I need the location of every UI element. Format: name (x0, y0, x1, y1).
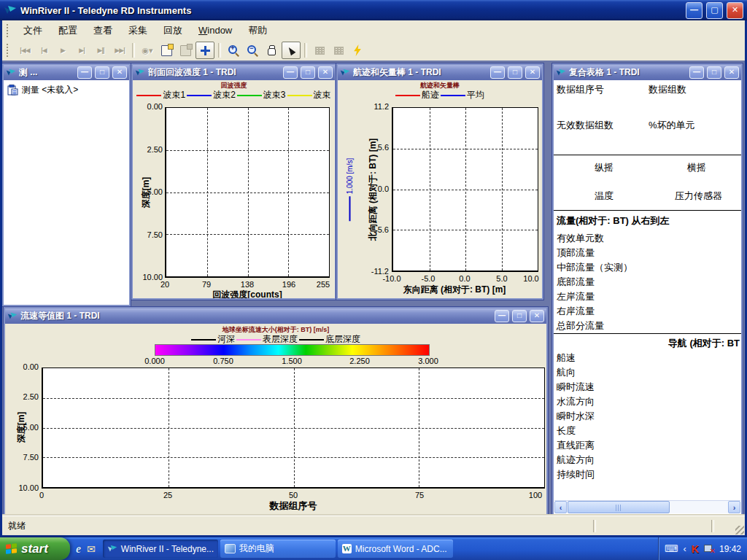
hand-pan-button[interactable] (263, 42, 280, 58)
close-button[interactable]: ✕ (318, 66, 333, 79)
first-ensemble-button[interactable]: |◀◀ (16, 42, 34, 58)
acquire-start-button[interactable] (349, 42, 366, 58)
menu-acquire[interactable]: 采集 (120, 21, 155, 40)
antivirus-icon[interactable]: K (692, 543, 699, 555)
edit-button[interactable] (177, 42, 194, 58)
menu-window[interactable]: Window (190, 22, 240, 39)
close-button[interactable]: ✕ (727, 2, 743, 19)
key-dropdown-button[interactable]: ◉▾ (139, 42, 156, 58)
echo-plot-area[interactable] (165, 107, 330, 278)
y-tick-label: 2.50 (9, 392, 39, 401)
legend-line-bottom (299, 339, 324, 341)
properties-button[interactable] (158, 42, 175, 58)
table-label: 直线距离 (557, 439, 595, 452)
mdi-workspace: 测 ... — □ ✕ 测量 <未载入> (2, 61, 745, 518)
table-label: 横摇 (687, 161, 706, 174)
last-ensemble-button[interactable]: ▶▶| (111, 42, 128, 58)
minimize-button[interactable]: — (77, 66, 92, 79)
grid-view-button[interactable] (311, 42, 328, 58)
gridline (43, 428, 544, 429)
scroll-right-button[interactable]: › (728, 501, 740, 513)
previous-ensemble-button[interactable]: |◀ (35, 42, 53, 58)
maximize-button[interactable]: □ (707, 66, 721, 79)
table-label: 有效单元数 (557, 232, 604, 245)
toolbar-grip[interactable] (7, 44, 11, 57)
x-tick-label: 5.0 (489, 274, 514, 283)
toolbar-separator (132, 43, 135, 58)
first-icon: |◀◀ (20, 47, 29, 54)
maximize-button[interactable]: ▢ (706, 2, 723, 19)
zoom-out-icon (247, 44, 258, 56)
keyboard-layout-icon[interactable]: ⌨ (665, 543, 678, 554)
minimize-button[interactable]: — (490, 66, 505, 79)
close-button[interactable]: ✕ (525, 66, 540, 79)
measurement-titlebar[interactable]: 测 ... — □ ✕ (4, 65, 129, 80)
status-text: 就绪 (8, 520, 26, 532)
composite-titlebar[interactable]: 复合表格 1 - TRDI — □ ✕ (554, 65, 741, 80)
menu-view[interactable]: 查看 (85, 21, 120, 40)
legend-line-beam2 (187, 95, 212, 96)
echo-titlebar[interactable]: 剖面回波强度 1 - TRDI — □ ✕ (133, 65, 335, 80)
menu-help[interactable]: 帮助 (240, 21, 275, 40)
next-ensemble-button[interactable]: ▶| (73, 42, 90, 58)
task-word[interactable]: W Microsoft Word - ADC... (338, 540, 453, 558)
resize-grip[interactable] (735, 526, 744, 534)
zoom-in-button[interactable] (225, 42, 242, 58)
maximize-button[interactable]: □ (508, 66, 522, 79)
network-disconnected-icon[interactable] (704, 545, 714, 553)
start-button[interactable]: start (0, 537, 70, 560)
maximize-button[interactable]: □ (95, 66, 109, 79)
internet-explorer-icon[interactable]: e (76, 542, 81, 556)
close-button[interactable]: ✕ (530, 310, 544, 322)
x-tick-label: 20 (154, 280, 176, 289)
colorbar-tick-label: 0.000 (139, 357, 171, 365)
shiptrack-titlebar[interactable]: 航迹和矢量棒 1 - TRDI — □ ✕ (338, 65, 542, 80)
menubar-grip[interactable] (7, 24, 11, 37)
measurement-item-label: 测量 <未载入> (22, 84, 78, 96)
task-winriver[interactable]: WinRiver II - Teledyne... (103, 540, 218, 558)
taskbar: start e ✉ WinRiver II - Teledyne... 我的电脑… (0, 537, 747, 560)
table-label: 纵摇 (595, 161, 614, 174)
velocity-colorbar (155, 344, 430, 356)
word-icon: W (342, 544, 352, 553)
minimize-button[interactable]: — (283, 66, 298, 79)
scroll-left-button[interactable]: ‹ (554, 501, 567, 513)
select-cursor-button[interactable] (282, 42, 301, 59)
pan-move-button[interactable] (196, 42, 214, 59)
minimize-button[interactable]: — (495, 310, 509, 322)
table-label: 总部分流量 (557, 319, 604, 332)
maximize-button[interactable]: □ (301, 66, 315, 79)
zoom-out-button[interactable] (244, 42, 261, 58)
grid-icon (315, 47, 325, 55)
play-button[interactable]: ▶ (54, 42, 71, 58)
close-button[interactable]: ✕ (724, 66, 739, 79)
main-titlebar[interactable]: WinRiver II - Teledyne RD Instruments — … (0, 0, 747, 20)
table-label: 右岸流量 (557, 305, 595, 318)
grid-view-2-button[interactable] (330, 42, 347, 58)
scrollbar-thumb[interactable] (568, 501, 670, 513)
x-tick-label: 196 (278, 280, 300, 289)
desktop: WinRiver II - Teledyne RD Instruments — … (0, 0, 747, 560)
table-divider (554, 333, 741, 334)
maximize-button[interactable]: □ (512, 310, 527, 322)
contour-plot-area[interactable] (42, 368, 545, 489)
outlook-express-icon[interactable]: ✉ (87, 543, 96, 555)
shiptrack-plot-area[interactable] (392, 107, 538, 272)
minimize-button[interactable]: — (689, 66, 704, 79)
task-my-computer[interactable]: 我的电脑 (220, 540, 336, 558)
close-button[interactable]: ✕ (112, 66, 127, 79)
menu-configure[interactable]: 配置 (50, 21, 85, 40)
winriver-task-icon (107, 545, 117, 553)
table-label: 顶部流量 (557, 246, 595, 260)
menu-playback[interactable]: 回放 (155, 21, 190, 40)
contour-titlebar[interactable]: 流速等值图 1 - TRDI — □ ✕ (5, 308, 546, 324)
minimize-button[interactable]: — (686, 2, 703, 19)
step-end-button[interactable]: ▶|| (92, 42, 109, 58)
table-label: %坏的单元 (649, 119, 695, 132)
collapse-tray-chevron-icon[interactable]: ‹ (684, 543, 686, 554)
measurement-tree-item[interactable]: 测量 <未载入> (7, 84, 78, 96)
echo-y-axis-label: 深度[m] (140, 177, 152, 209)
table-label: 数据组数 (649, 83, 686, 96)
menu-file[interactable]: 文件 (15, 21, 50, 40)
horizontal-scrollbar[interactable]: ‹ › (554, 500, 740, 513)
